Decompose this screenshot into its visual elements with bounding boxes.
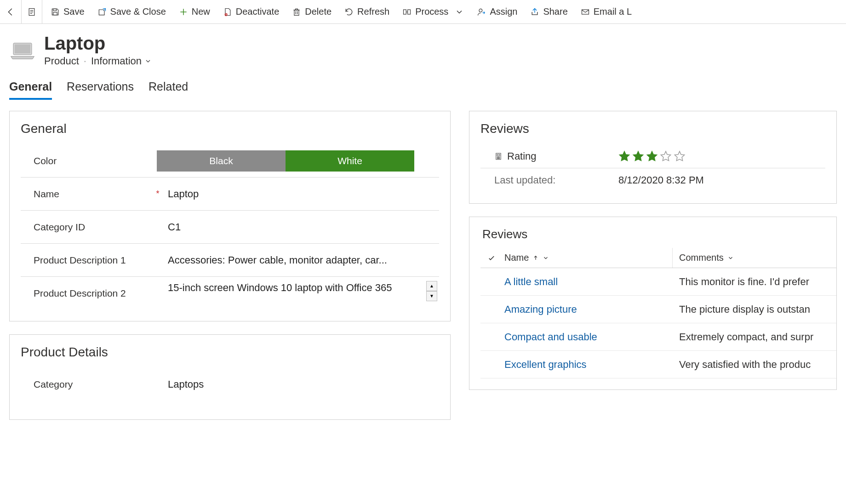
desc1-label: Product Description 1	[21, 255, 149, 266]
review-name-link[interactable]: Excellent graphics	[504, 359, 587, 370]
desc2-field[interactable]: 15-inch screen Windows 10 laptop with Of…	[168, 281, 437, 306]
record-title: Laptop	[44, 34, 152, 52]
command-bar: Save Save & Close New Deactivate Delete …	[0, 0, 846, 24]
chevron-down-icon	[455, 7, 464, 17]
desc2-label: Product Description 2	[21, 288, 149, 299]
star-filled-icon	[646, 150, 658, 162]
refresh-button[interactable]: Refresh	[344, 6, 389, 17]
email-link-label: Email a L	[594, 6, 632, 17]
svg-point-17	[479, 9, 482, 12]
share-label: Share	[543, 6, 567, 17]
svg-point-26	[497, 158, 498, 159]
record-header: Laptop Product · Information	[0, 24, 846, 71]
assign-label: Assign	[490, 6, 517, 17]
section-title: Reviews	[480, 227, 836, 241]
last-updated-label: Last updated:	[480, 174, 618, 186]
rating-stars[interactable]	[618, 150, 825, 162]
svg-rect-4	[53, 9, 57, 11]
tab-reservations[interactable]: Reservations	[67, 80, 134, 100]
process-icon	[402, 7, 412, 17]
spinner-down[interactable]: ▼	[426, 291, 437, 301]
column-header-name[interactable]: Name	[503, 248, 673, 268]
reviews-grid-section: Reviews Name Comments A little smallThis…	[469, 217, 837, 390]
rating-label: Rating	[480, 150, 618, 162]
color-option-set: Black White	[157, 150, 414, 172]
review-name-link[interactable]: Amazing picture	[504, 304, 577, 315]
calculator-icon	[494, 152, 503, 160]
save-close-icon	[97, 7, 107, 17]
column-header-comments[interactable]: Comments	[673, 252, 836, 263]
desc2-spinner: ▲ ▼	[426, 281, 437, 301]
form-tabs: General Reservations Related	[0, 71, 846, 100]
save-icon	[51, 7, 60, 17]
category-field[interactable]: Laptops	[166, 375, 439, 394]
category-label: Category	[21, 379, 149, 390]
save-close-label: Save & Close	[110, 6, 166, 17]
section-title: General	[21, 121, 439, 136]
form-name: Information	[91, 55, 142, 67]
svg-point-25	[499, 156, 500, 157]
categoryid-field[interactable]: C1	[166, 218, 439, 237]
assign-button[interactable]: Assign	[477, 6, 517, 17]
tab-related[interactable]: Related	[149, 80, 188, 100]
mail-icon	[581, 7, 590, 17]
refresh-icon	[344, 7, 354, 17]
desc1-field[interactable]: Accessories: Power cable, monitor adapte…	[166, 245, 439, 275]
svg-point-24	[498, 156, 499, 157]
star-filled-icon	[618, 150, 630, 162]
form-selector[interactable]: Information	[91, 55, 152, 67]
check-icon	[487, 254, 496, 262]
table-row[interactable]: A little smallThis monitor is fine. I'd …	[480, 268, 836, 296]
svg-rect-18	[582, 10, 589, 14]
chevron-down-icon	[727, 255, 734, 261]
name-label: Name	[21, 189, 149, 200]
table-row[interactable]: Compact and usableExtremely compact, and…	[480, 323, 836, 351]
chevron-down-icon	[144, 57, 152, 65]
select-all-checkbox[interactable]	[480, 254, 503, 262]
deactivate-icon	[223, 7, 232, 17]
color-option-white[interactable]: White	[286, 150, 414, 172]
process-button[interactable]: Process	[402, 6, 464, 17]
table-row[interactable]: Amazing pictureThe picture display is ou…	[480, 296, 836, 323]
desc2-value: 15-inch screen Windows 10 laptop with Of…	[168, 281, 437, 306]
save-close-button[interactable]: Save & Close	[97, 6, 166, 17]
grid-header: Name Comments	[480, 248, 836, 268]
new-button[interactable]: New	[179, 6, 210, 17]
tab-general[interactable]: General	[9, 80, 52, 100]
spinner-up[interactable]: ▲	[426, 281, 437, 291]
share-icon	[530, 7, 539, 17]
svg-rect-14	[404, 10, 406, 14]
svg-point-28	[499, 158, 500, 159]
table-row[interactable]: Excellent graphicsVery satisfied with th…	[480, 351, 836, 378]
svg-rect-10	[294, 10, 299, 15]
svg-rect-5	[53, 12, 57, 15]
form-notes-button[interactable]	[22, 0, 42, 23]
reviews-summary-section: Reviews Rating Last updated: 8/12/2020 8…	[469, 111, 837, 204]
deactivate-button[interactable]: Deactivate	[223, 6, 280, 17]
name-field[interactable]: Laptop	[166, 184, 439, 204]
back-button[interactable]	[0, 0, 22, 23]
sort-asc-icon	[532, 255, 539, 261]
svg-rect-20	[15, 44, 30, 53]
svg-rect-22	[497, 154, 500, 155]
separator-dot: ·	[84, 55, 86, 67]
save-label: Save	[63, 6, 85, 17]
process-label: Process	[415, 6, 448, 17]
section-title: Product Details	[21, 345, 439, 360]
plus-icon	[179, 7, 188, 17]
review-comments: This monitor is fine. I'd prefer	[673, 276, 836, 288]
color-option-black[interactable]: Black	[157, 150, 286, 172]
review-name-link[interactable]: Compact and usable	[504, 331, 597, 343]
save-button[interactable]: Save	[51, 6, 85, 17]
delete-label: Delete	[305, 6, 332, 17]
share-button[interactable]: Share	[530, 6, 567, 17]
section-title: Reviews	[480, 121, 825, 136]
review-name-link[interactable]: A little small	[504, 276, 558, 287]
general-section: General Color Black White Name * Laptop …	[9, 111, 451, 321]
last-updated-value: 8/12/2020 8:32 PM	[618, 174, 825, 186]
email-link-button[interactable]: Email a L	[581, 6, 632, 17]
color-label: Color	[21, 155, 149, 166]
review-comments: The picture display is outstan	[673, 304, 836, 315]
delete-button[interactable]: Delete	[292, 6, 332, 17]
required-indicator: *	[155, 189, 160, 199]
